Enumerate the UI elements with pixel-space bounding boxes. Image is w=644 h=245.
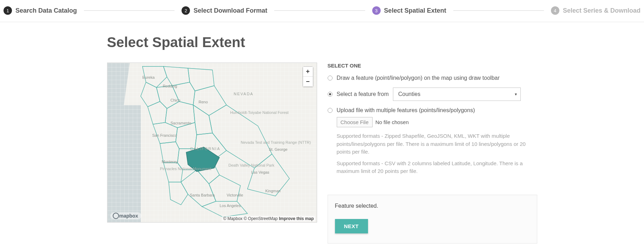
map-label-humboldt: Humboldt-Toiyabe National Forest: [230, 110, 289, 115]
map-label-pinnacles: Pinnacles National Monument: [160, 167, 211, 171]
map-label-lasvegas: Las Vegas: [251, 170, 269, 174]
step-4: 4 Select Series & Download: [551, 6, 640, 15]
step-1[interactable]: 1 Search Data Catalog: [4, 6, 77, 15]
mapbox-logo: mapbox: [110, 212, 142, 219]
map-label-california: CALIFORNIA: [190, 147, 221, 151]
radio-upload[interactable]: [328, 108, 333, 113]
radio-draw-label: Draw a feature (point/line/polygon) on t…: [337, 75, 500, 81]
step-1-label: Search Data Catalog: [15, 7, 77, 14]
next-button[interactable]: NEXT: [335, 219, 368, 233]
step-3[interactable]: 3 Select Spatial Extent: [372, 6, 446, 15]
option-draw-row[interactable]: Draw a feature (point/line/polygon) on t…: [328, 75, 537, 81]
step-connector: [84, 10, 175, 11]
upload-help-2: Supported formats - CSV with 2 columns l…: [337, 160, 537, 175]
step-connector: [453, 10, 544, 11]
step-2-circle: 2: [182, 6, 190, 15]
map-label-losangeles: Los Angeles: [220, 204, 241, 208]
map-label-eureka: Eureka: [143, 75, 155, 79]
feature-layer-select-value: Counties: [398, 91, 420, 97]
choose-file-button[interactable]: Choose File: [337, 117, 373, 127]
radio-draw[interactable]: [328, 76, 333, 80]
upload-help-1: Supported formats - Zipped Shapefile, Ge…: [337, 132, 537, 156]
no-file-label: No file chosen: [375, 119, 409, 125]
radio-upload-label: Upload file with multiple features (poin…: [337, 107, 475, 114]
feature-layer-select[interactable]: Counties: [393, 88, 521, 101]
radio-select-label: Select a feature from: [337, 91, 389, 97]
map-label-sacramento: Sacramento: [171, 121, 191, 125]
map-label-nevada: NEVADA: [234, 92, 254, 96]
improve-map-link[interactable]: Improve this map: [279, 216, 314, 221]
attribution-mapbox[interactable]: © Mapbox: [223, 216, 243, 221]
step-1-circle: 1: [4, 6, 12, 15]
status-panel: Feature selected. NEXT: [328, 195, 537, 244]
map-label-sanfrancisco: San Francisco: [152, 133, 177, 137]
map-label-reno: Reno: [199, 100, 208, 104]
page-title: Select Spatial Extent: [107, 34, 537, 50]
map-label-stgeorge: St. George: [269, 147, 288, 151]
map-label-chico: Chico: [171, 98, 180, 102]
map-label-kingman: Kingman: [265, 189, 281, 193]
map-label-monterey: Monterey: [162, 160, 178, 164]
map-label-deathvalley: Death Valley National Park: [229, 163, 275, 167]
map-label-nttr: Nevada Test and Training Range (NTTR): [241, 140, 311, 144]
radio-select[interactable]: [328, 92, 333, 97]
step-3-circle: 3: [372, 6, 381, 15]
step-4-label: Select Series & Download: [563, 7, 640, 14]
wizard-stepper: 1 Search Data Catalog 2 Select Download …: [0, 0, 644, 22]
step-connector: [274, 10, 365, 11]
select-one-heading: SELECT ONE: [328, 63, 537, 69]
map-canvas[interactable]: Eureka Redding Chico Reno Sacramento San…: [107, 63, 317, 223]
option-select-row[interactable]: Select a feature from Counties: [328, 88, 537, 101]
step-2-label: Select Download Format: [193, 7, 267, 14]
step-3-label: Select Spatial Extent: [384, 7, 446, 14]
option-upload-row[interactable]: Upload file with multiple features (poin…: [328, 107, 537, 114]
step-2[interactable]: 2 Select Download Format: [182, 6, 267, 15]
map-attribution: © Mapbox © OpenStreetMap Improve this ma…: [222, 216, 315, 221]
map-zoom-control: + −: [303, 66, 313, 87]
map-label-victorville: Victorville: [227, 193, 243, 197]
zoom-in-button[interactable]: +: [303, 67, 313, 77]
map-label-redding: Redding: [163, 84, 177, 88]
zoom-out-button[interactable]: −: [303, 77, 313, 86]
map-label-santabarbara: Santa Barbara: [190, 193, 215, 197]
step-4-circle: 4: [551, 6, 559, 15]
status-message: Feature selected.: [335, 203, 530, 209]
attribution-osm[interactable]: © OpenStreetMap: [244, 216, 278, 221]
